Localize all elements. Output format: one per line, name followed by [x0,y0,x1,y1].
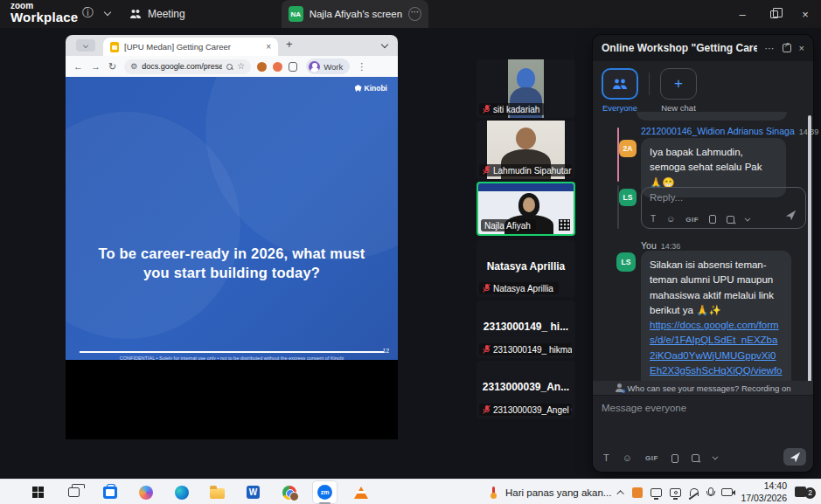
tab-everyone[interactable]: Everyone [602,68,638,113]
close-button[interactable]: × [790,0,821,28]
reload-icon[interactable]: ↻ [108,62,116,72]
participant-center-name: Natasya Aprillia [477,259,575,272]
profile-label: Work [324,62,343,72]
browser-toolbar: ← → ↻ ⚙ docs.google.com/presentation/d..… [66,56,398,77]
back-icon[interactable]: ← [73,62,83,72]
tray-app-icon[interactable] [632,487,643,498]
file-icon[interactable] [671,454,678,463]
screenshot-icon[interactable] [692,454,699,462]
browser-profile-button[interactable]: Work [306,59,350,74]
zoom-page-icon[interactable] [226,64,233,70]
taskbar-app-icons: W zm [26,480,385,504]
participant-tile-natasya[interactable]: Natasya Aprillia Natasya Aprillia [477,240,575,297]
file-explorer-button[interactable] [205,481,229,503]
task-view-button[interactable] [62,481,86,503]
tab-search-icon[interactable] [76,39,95,52]
tray-camera-icon[interactable] [721,488,733,496]
format-text-icon[interactable]: T [603,453,609,463]
notification-count-badge: 2 [804,487,816,499]
participant-name: Najla Afiyah [484,221,531,231]
zoom-button-active[interactable]: zm [313,481,337,503]
extension-icon-2[interactable] [273,62,282,72]
participant-center-name: 2313000039_An... [477,381,575,393]
reply-input[interactable]: Reply... T ☺ GIF [641,187,806,229]
screen-tab-more-icon[interactable]: ⋯ [408,7,421,21]
copilot-button[interactable] [134,481,157,503]
participant-tile-siti[interactable]: siti kadariah [477,59,575,118]
browser-tab-active[interactable]: [UPU Medan] Getting Career × [103,38,278,56]
zoom-workplace-logo: zoom Workplace [10,2,78,24]
gif-icon[interactable]: GIF [685,216,699,224]
vlc-button[interactable] [349,481,372,503]
weather-text[interactable]: Hari panas yang akan... [505,487,611,498]
site-settings-icon[interactable]: ⚙ [130,63,137,71]
tab-shared-screen[interactable]: NA Najla Afiyah's screen ⋯ [282,0,428,28]
participant-name-tag: Najla Afiyah [481,219,536,231]
display-icon[interactable] [651,488,662,497]
chevron-down-icon[interactable] [104,9,111,16]
person-silhouette [516,128,536,149]
chevron-down-icon[interactable] [745,215,751,221]
send-reply-icon[interactable] [785,210,797,221]
tab-close-icon[interactable]: × [266,43,271,52]
participant-tile-angel[interactable]: 2313000039_An... 2313000039_Angel G... [477,361,575,418]
file-icon[interactable] [709,215,716,224]
message-text: Silakan isi absensi teman-teman alumni U… [650,259,774,315]
chat-more-icon[interactable]: ⋯ [765,44,775,53]
participant-tile-hikmal[interactable]: 2313000149_ hi... 2313000149_ hikmal_... [477,300,575,358]
weather-icon[interactable] [489,487,497,499]
start-button[interactable] [26,481,50,503]
browser-menu-icon[interactable]: ⋮ [357,62,366,72]
participant-tile-najla-active-speaker[interactable]: Najla Afiyah [477,182,575,236]
chevron-down-icon[interactable] [712,454,718,460]
forward-icon[interactable]: → [91,62,101,72]
gif-icon[interactable]: GIF [645,454,658,462]
chrome-button[interactable] [277,481,301,503]
browser-tabstrip: [UPU Medan] Getting Career × + [66,35,398,56]
chat-scrollbar[interactable] [808,115,811,386]
screenshot-icon[interactable] [727,216,734,224]
chat-close-icon[interactable]: × [799,44,804,53]
do-not-disturb-icon[interactable] [689,487,699,498]
address-bar[interactable]: ⚙ docs.google.com/presentation/d... ☆ [124,59,251,74]
format-text-icon[interactable]: T [651,215,656,224]
tabstrip-chevron-icon[interactable] [381,41,388,48]
new-chat-button[interactable]: + New chat [660,68,697,113]
chat-bubble[interactable]: Silakan isi absensi teman-teman alumni U… [641,251,791,400]
microsoft-store-button[interactable] [98,481,122,503]
meeting-info-icon[interactable]: ⓘ [82,7,94,18]
send-button[interactable] [783,448,806,466]
chat-message-list[interactable]: 2212000146_Widion Adrianus Sinaga 14:39 … [593,112,813,381]
recording-notice-bar[interactable]: Who can see your messages? Recording on [593,381,813,395]
message-sender[interactable]: 2212000146_Widion Adrianus Sinaga [641,126,795,136]
clock[interactable]: 14:40 17/03/2026 [741,480,787,503]
person-silhouette [517,68,535,89]
cast-icon[interactable] [670,488,681,497]
restore-button[interactable] [758,0,790,28]
qr-code [559,219,570,231]
minimize-button[interactable]: – [727,0,758,28]
pop-out-icon[interactable] [783,44,791,52]
tab-meeting[interactable]: Meeting [129,0,185,28]
hidden-icons-chevron[interactable] [617,490,624,497]
reply-toolbar: T ☺ GIF [651,215,750,224]
emoji-icon[interactable]: ☺ [666,215,675,224]
bookmark-star-icon[interactable]: ☆ [237,62,245,71]
chat-header[interactable]: Online Workshop "Getting Career-Ready: U… [593,35,813,61]
word-button[interactable]: W [241,481,265,503]
emoji-icon[interactable]: ☺ [623,453,632,463]
extension-icon-1[interactable] [257,62,267,72]
message-link[interactable]: https://docs.google.com/forms/d/e/1FAIpQ… [650,320,783,390]
participant-name: siti kadariah [493,105,539,114]
message-input[interactable] [596,397,810,441]
new-tab-button[interactable]: + [286,38,293,50]
recording-notice-text: Who can see your messages? Recording on [628,383,791,393]
edge-button[interactable] [170,481,193,503]
tabs-divider [649,72,650,95]
notification-center-button[interactable]: 2 [795,485,816,501]
extension-icon-3[interactable] [289,62,297,72]
avatar: 2A [619,140,637,157]
tray-mic-icon[interactable] [706,487,713,498]
windows-taskbar: W zm Hari panas yang akan... 14:40 17/03… [0,479,821,504]
participant-tile-lahmudin[interactable]: Lahmudin Sipahutar . [477,121,575,179]
